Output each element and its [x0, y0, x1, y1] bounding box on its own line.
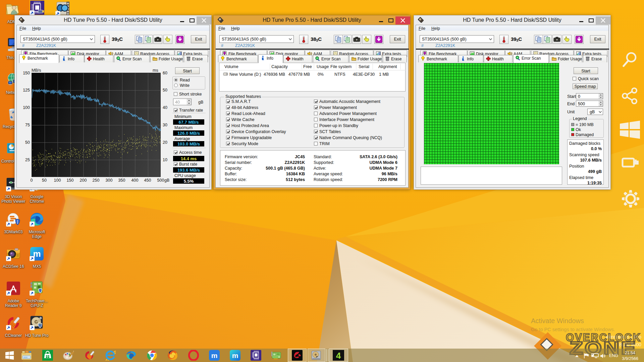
- svg-text:4: 4: [336, 351, 341, 361]
- svg-text:m: m: [211, 352, 218, 359]
- svg-text:m: m: [232, 352, 238, 359]
